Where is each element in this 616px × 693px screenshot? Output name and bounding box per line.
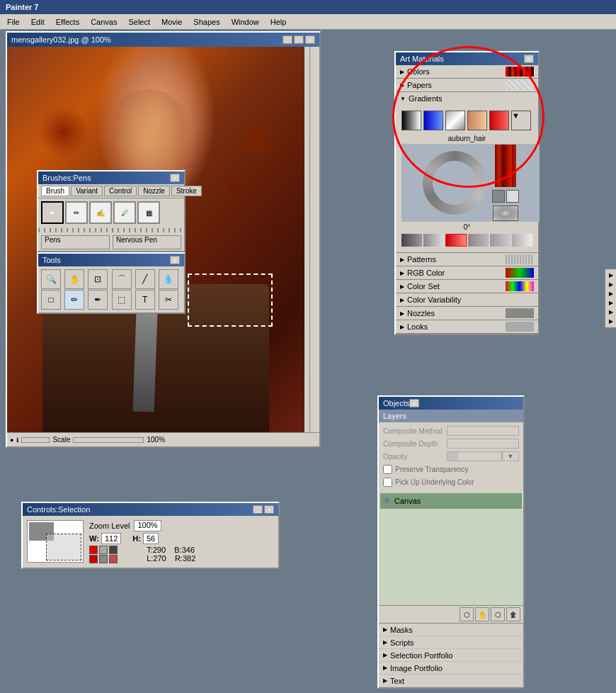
controls-close-btn[interactable]: × xyxy=(264,505,274,514)
gradient-swatch-blue[interactable] xyxy=(423,111,443,130)
gradient-swatch-gray[interactable] xyxy=(445,111,465,130)
brush-tab-stroke[interactable]: Stroke xyxy=(171,186,202,196)
menu-help[interactable]: Help xyxy=(266,16,291,28)
strip-4[interactable] xyxy=(468,234,489,247)
portfolio-selection[interactable]: ▶ Selection Portfolio xyxy=(379,649,523,662)
brushes-close[interactable]: × xyxy=(170,174,180,182)
layer-tool-2[interactable]: ✋ xyxy=(475,607,489,621)
am-papers-header[interactable]: ▶ Papers xyxy=(396,79,538,91)
layer-tool-3[interactable]: ⬡ xyxy=(491,607,505,621)
menu-shapes[interactable]: Shapes xyxy=(189,16,224,28)
opacity-slider[interactable] xyxy=(447,451,502,461)
tool-pan[interactable]: ✋ xyxy=(64,269,84,289)
gradient-swatch-small-2[interactable] xyxy=(506,190,519,203)
gradient-swatch-scroll[interactable]: ▼ xyxy=(511,111,531,130)
am-looks-header[interactable]: ▶ Looks xyxy=(396,320,538,333)
gradient-swatch-skin[interactable] xyxy=(467,111,487,130)
brush-icon-4[interactable]: 🖊 xyxy=(113,201,136,224)
gradient-swatch-small-1[interactable] xyxy=(492,190,505,203)
brush-tab-brush[interactable]: Brush xyxy=(41,186,69,196)
tool-selection[interactable]: ⬚ xyxy=(112,290,132,310)
pick-up-checkbox[interactable] xyxy=(383,478,392,487)
layer-tool-delete[interactable]: 🗑 xyxy=(506,607,520,621)
menu-effects[interactable]: Effects xyxy=(52,16,84,28)
right-arrow-5[interactable]: ▶ xyxy=(609,309,613,315)
menu-movie[interactable]: Movie xyxy=(157,16,186,28)
tool-line[interactable]: ╱ xyxy=(135,269,155,289)
art-materials-close[interactable]: × xyxy=(524,55,534,63)
composite-method-input[interactable] xyxy=(447,426,519,436)
right-arrow-1[interactable]: ▶ xyxy=(609,272,613,278)
controls-panel: Controls:Selection _ × Zoom Level 100% W… xyxy=(21,502,280,569)
opacity-dropdown[interactable]: ▼ xyxy=(502,451,519,461)
am-colorvar-header[interactable]: ▶ Color Variability xyxy=(396,293,538,306)
tool-lasso[interactable]: ⌒ xyxy=(112,269,132,289)
tools-close[interactable]: × xyxy=(170,256,180,264)
tool-crop[interactable]: ⊡ xyxy=(88,269,108,289)
menu-window[interactable]: Window xyxy=(227,16,263,28)
strip-2[interactable] xyxy=(423,234,444,247)
menu-edit[interactable]: Edit xyxy=(27,16,49,28)
menu-canvas[interactable]: Canvas xyxy=(86,16,121,28)
tool-eyedropper[interactable]: ✏ xyxy=(64,290,84,310)
brush-icon-3[interactable]: ✍ xyxy=(89,201,112,224)
brush-tab-nozzle[interactable]: Nozzle xyxy=(138,186,170,196)
portfolio-scripts[interactable]: ▶ Scripts xyxy=(379,636,523,649)
canvas-vscrollbar[interactable] xyxy=(309,47,319,444)
gradient-swatch-bw[interactable] xyxy=(401,111,421,130)
objects-close[interactable]: × xyxy=(409,399,419,407)
right-arrow-4[interactable]: ▶ xyxy=(609,300,613,306)
brush-icon-1[interactable]: ✒ xyxy=(41,201,64,224)
strip-1[interactable] xyxy=(401,234,422,247)
tool-text[interactable]: T xyxy=(135,290,155,310)
canvas-titlebar: mensgallery032.jpg @ 100% _ □ × xyxy=(7,33,319,47)
gradient-color-swatch[interactable] xyxy=(495,145,516,187)
strip-5[interactable] xyxy=(490,234,511,247)
color-swatch-red2[interactable] xyxy=(89,555,98,563)
brush-icon-2[interactable]: ✏ xyxy=(65,201,88,224)
layers-section-header[interactable]: Layers xyxy=(379,410,523,422)
color-swatch-gray[interactable] xyxy=(99,546,108,554)
brush-type-select[interactable]: Pens xyxy=(41,235,110,249)
portfolio-image[interactable]: ▶ Image Portfolio xyxy=(379,662,523,675)
portfolio-masks[interactable]: ▶ Masks xyxy=(379,624,523,636)
color-swatch-red[interactable] xyxy=(89,546,98,554)
strip-6[interactable] xyxy=(512,234,532,247)
tool-zoom[interactable]: 🔍 xyxy=(41,269,61,289)
color-swatch-gray2[interactable] xyxy=(99,555,108,563)
layer-tool-1[interactable]: ⬡ xyxy=(460,607,474,621)
maximize-button[interactable]: □ xyxy=(294,35,304,44)
am-rgb-header[interactable]: ▶ RGB Color xyxy=(396,266,538,279)
am-gradients-header[interactable]: ▼ Gradients xyxy=(396,92,538,105)
right-arrow-2[interactable]: ▶ xyxy=(609,281,613,288)
tool-rect[interactable]: □ xyxy=(41,290,61,310)
gradient-swatch-red[interactable] xyxy=(489,111,509,130)
menu-file[interactable]: File xyxy=(3,16,24,28)
tool-scissors[interactable]: ✂ xyxy=(159,290,178,310)
right-arrow-6[interactable]: ▶ xyxy=(609,318,613,325)
menu-select[interactable]: Select xyxy=(124,16,154,28)
controls-min-btn[interactable]: _ xyxy=(253,505,263,514)
gradient-ring-container[interactable] xyxy=(423,151,486,215)
am-patterns-header[interactable]: ▶ Patterns xyxy=(396,253,538,266)
right-arrow-3[interactable]: ▶ xyxy=(609,291,613,297)
color-swatch-pink[interactable] xyxy=(109,555,118,563)
tool-pen[interactable]: ✒ xyxy=(88,290,108,310)
minimize-button[interactable]: _ xyxy=(283,35,292,44)
brush-tab-control[interactable]: Control xyxy=(104,186,137,196)
gradient-circular-swatch[interactable] xyxy=(493,205,518,221)
close-button[interactable]: × xyxy=(305,35,315,44)
am-nozzles-header[interactable]: ▶ Nozzles xyxy=(396,307,538,320)
portfolio-text[interactable]: ▶ Text xyxy=(379,675,523,687)
brush-variant-select[interactable]: Nervous Pen xyxy=(113,235,181,249)
tool-paint[interactable]: 💧 xyxy=(159,269,178,289)
brush-tab-variant[interactable]: Variant xyxy=(71,186,103,196)
am-colorset-header[interactable]: ▶ Color Set xyxy=(396,280,538,293)
brush-icon-5[interactable]: ▦ xyxy=(137,201,160,224)
color-swatch-dark[interactable] xyxy=(109,546,118,554)
strip-3[interactable] xyxy=(445,234,467,247)
layer-canvas[interactable]: 👁 Canvas xyxy=(380,493,522,509)
preserve-transparency-checkbox[interactable] xyxy=(383,465,392,474)
composite-depth-input[interactable] xyxy=(447,439,519,449)
am-colors-header[interactable]: ▶ Colors xyxy=(396,65,538,78)
